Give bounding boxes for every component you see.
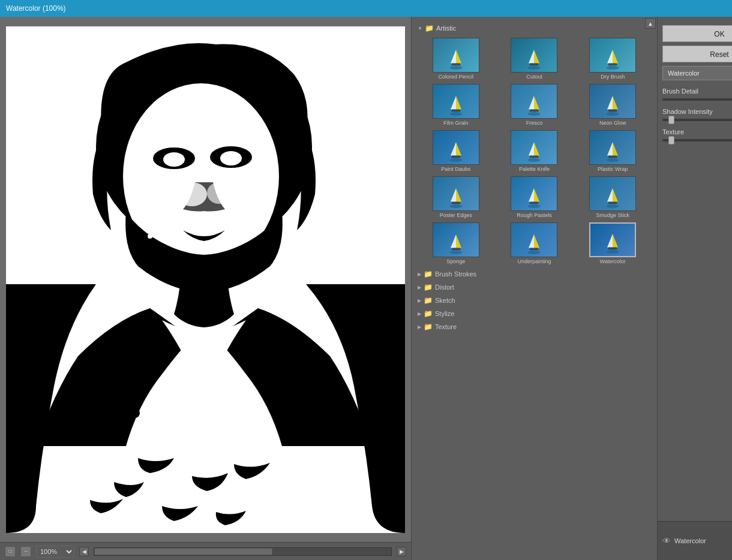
svg-point-10 <box>130 408 140 418</box>
filter-panel-header: ▲ <box>412 17 657 19</box>
thumb-paint-daubs[interactable]: Paint Daubs <box>418 129 494 173</box>
shadow-intensity-track[interactable] <box>662 119 732 121</box>
svg-rect-28 <box>608 64 617 66</box>
thumb-fresco[interactable]: Fresco <box>496 83 573 127</box>
app-title: Watercolor (100%) <box>6 4 66 13</box>
svg-point-61 <box>528 204 541 208</box>
svg-point-69 <box>449 251 462 254</box>
canvas-area: □ ↔ 25% 50% 66.67% 100% 150% 200% ◀ ▶ <box>0 17 411 560</box>
svg-point-15 <box>160 222 164 226</box>
shadow-intensity-label: Shadow Intensity <box>662 108 732 115</box>
thumb-img-cutout <box>511 38 557 73</box>
svg-point-7 <box>177 182 207 206</box>
svg-marker-27 <box>613 50 618 64</box>
reset-button[interactable]: Reset <box>662 46 732 62</box>
svg-rect-36 <box>530 110 539 112</box>
thumb-img-colored-pencil <box>433 38 479 73</box>
subsection-stylize[interactable]: ▶ 📁 Stylize <box>414 307 655 320</box>
brush-detail-row: Brush Detail 9 <box>662 85 732 97</box>
svg-point-12 <box>270 368 282 380</box>
svg-marker-18 <box>451 50 456 64</box>
svg-marker-50 <box>607 142 613 156</box>
svg-point-25 <box>528 66 541 70</box>
canvas-toolbar: □ ↔ 25% 50% 66.67% 100% 150% 200% ◀ ▶ <box>0 542 411 560</box>
scroll-right-btn[interactable]: ▶ <box>397 547 406 556</box>
ok-button[interactable]: OK <box>662 25 732 42</box>
titlebar: Watercolor (100%) <box>0 0 732 17</box>
thumb-img-smudge-stick <box>589 176 636 211</box>
thumb-watercolor[interactable]: Watercolor <box>574 221 651 266</box>
svg-marker-59 <box>534 188 539 202</box>
subsection-brush-strokes[interactable]: ▶ 📁 Brush Strokes <box>414 267 655 281</box>
svg-marker-74 <box>607 234 613 248</box>
thumb-img-sponge <box>433 222 479 257</box>
arrow-brush-strokes: ▶ <box>418 272 421 277</box>
settings-panel: OK Reset Watercolor Brush Detail 9 Shado… <box>657 17 732 560</box>
canvas-btn-1[interactable]: □ <box>5 546 16 557</box>
label-texture: Texture <box>435 323 457 330</box>
thumb-img-dry-brush <box>589 38 636 73</box>
thumb-img-underpainting <box>511 222 557 257</box>
canvas-btn-2[interactable]: ↔ <box>20 546 31 557</box>
subsection-sketch[interactable]: ▶ 📁 Sketch <box>414 294 655 307</box>
thumb-dry-brush[interactable]: Dry Brush <box>574 37 651 81</box>
thumb-poster-edges[interactable]: Poster Edges <box>418 175 494 219</box>
thumb-smudge-stick[interactable]: Smudge Stick <box>574 175 651 219</box>
collapse-panel-btn[interactable]: ▲ <box>645 18 656 29</box>
svg-marker-66 <box>451 234 456 248</box>
label-sketch: Sketch <box>435 297 455 304</box>
svg-point-6 <box>220 151 242 165</box>
scrollbar-track[interactable] <box>94 547 392 556</box>
thumb-label-sponge: Sponge <box>446 258 465 264</box>
texture-thumb[interactable] <box>668 136 674 144</box>
svg-marker-38 <box>607 96 613 110</box>
subsection-texture[interactable]: ▶ 📁 Texture <box>414 320 655 333</box>
svg-marker-51 <box>613 142 618 156</box>
filter-dropdown[interactable]: Watercolor <box>662 66 732 80</box>
svg-marker-67 <box>456 234 461 248</box>
layer-visibility-btn[interactable]: 👁 <box>662 536 671 546</box>
thumb-palette-knife[interactable]: Palette Knife <box>496 129 573 173</box>
brush-detail-track[interactable] <box>662 98 732 101</box>
thumb-underpainting[interactable]: Underpainting <box>496 221 573 266</box>
svg-point-16 <box>241 228 245 233</box>
section-artistic[interactable]: ▼ 📁 Artistic <box>414 22 655 35</box>
svg-marker-63 <box>613 188 618 202</box>
svg-marker-62 <box>607 188 613 202</box>
svg-marker-31 <box>456 96 461 110</box>
subsection-distort[interactable]: ▶ 📁 Distort <box>414 281 655 294</box>
label-stylize: Stylize <box>435 310 454 317</box>
section-label-artistic: Artistic <box>436 25 456 32</box>
thumb-img-neon-glow <box>589 84 636 119</box>
zoom-select[interactable]: 25% 50% 66.67% 100% 150% 200% <box>36 546 74 558</box>
svg-marker-58 <box>529 188 534 202</box>
thumb-label-poster-edges: Poster Edges <box>440 212 472 218</box>
svg-marker-54 <box>451 188 456 202</box>
thumb-neon-glow[interactable]: Neon Glow <box>574 83 651 127</box>
folder-stylize: 📁 <box>424 309 433 318</box>
texture-track[interactable] <box>662 139 732 141</box>
thumb-label-paint-daubs: Paint Daubs <box>441 166 470 172</box>
thumb-label-fresco: Fresco <box>526 120 543 126</box>
thumb-film-grain[interactable]: Film Grain <box>418 83 494 127</box>
folder-icon-artistic: 📁 <box>425 24 434 32</box>
svg-point-8 <box>207 182 231 204</box>
thumb-rough-pastels[interactable]: Rough Pastels <box>496 175 573 219</box>
svg-marker-22 <box>529 50 534 64</box>
canvas-image <box>6 26 405 533</box>
shadow-intensity-thumb[interactable] <box>668 116 674 124</box>
filter-list: ▼ 📁 Artistic Colored Pencil Cutout Dry B… <box>412 19 657 560</box>
arrow-distort: ▶ <box>418 285 421 290</box>
thumb-sponge[interactable]: Sponge <box>418 221 494 266</box>
svg-marker-26 <box>607 50 613 64</box>
svg-rect-64 <box>608 202 617 204</box>
scroll-left-btn[interactable]: ◀ <box>79 547 89 556</box>
thumb-cutout[interactable]: Cutout <box>496 37 573 81</box>
svg-marker-23 <box>534 50 539 64</box>
thumb-plastic-wrap[interactable]: Plastic Wrap <box>574 129 651 173</box>
thumb-label-rough-pastels: Rough Pastels <box>517 212 552 218</box>
scrollbar-thumb[interactable] <box>94 548 272 555</box>
svg-rect-20 <box>451 64 460 66</box>
svg-point-9 <box>117 389 135 407</box>
thumb-colored-pencil[interactable]: Colored Pencil <box>418 37 494 81</box>
